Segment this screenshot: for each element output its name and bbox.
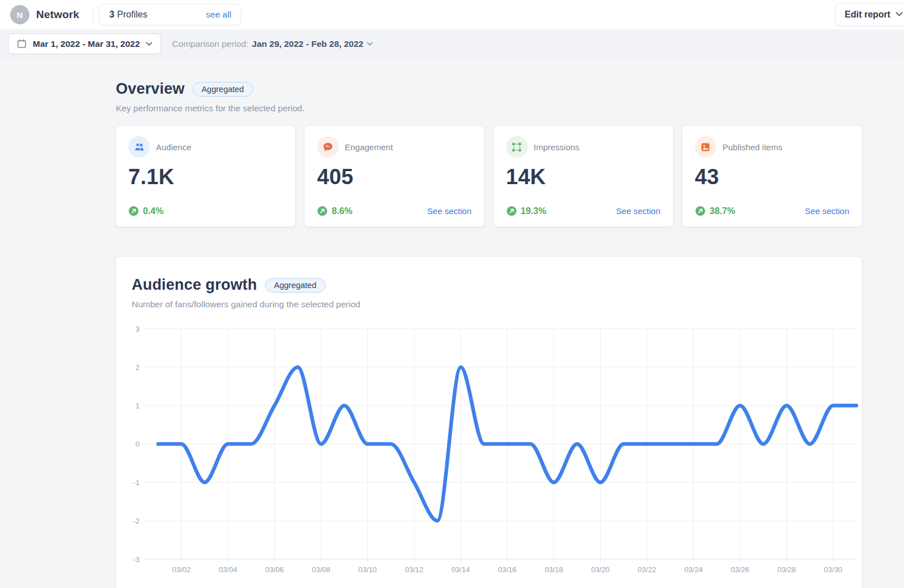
see-section-link[interactable]: See section [805,206,849,216]
profiles-box[interactable]: 3Profiles see all [99,4,241,25]
comparison-period[interactable]: Comparison period: Jan 29, 2022 - Feb 28… [172,39,373,49]
chevron-down-icon [367,42,373,46]
metric-cards: Audience 7.1K 0.4% [116,126,862,227]
edit-report-label: Edit report [845,10,890,20]
delta-value: 0.4% [143,206,163,216]
delta-positive: 19.3% [506,206,546,216]
top-bar: N Network 3Profiles see all Edit report [0,0,904,29]
profiles-count-number: 3 [109,10,114,19]
svg-text:-2: -2 [133,517,140,525]
profiles-count: 3Profiles [109,10,147,20]
trend-up-icon [128,206,139,216]
divider [93,6,93,23]
network-avatar: N [10,5,29,24]
card-value: 14K [506,165,660,189]
svg-text:-3: -3 [133,555,140,564]
comparison-label: Comparison period: [172,39,249,49]
svg-text:3: 3 [136,325,140,333]
see-all-link[interactable]: see all [206,10,232,20]
aggregated-badge: Aggregated [265,278,325,293]
svg-text:03/24: 03/24 [684,565,703,574]
svg-text:03/16: 03/16 [498,565,517,574]
svg-text:03/06: 03/06 [266,565,284,574]
card-label: Published items [723,142,783,152]
svg-text:03/02: 03/02 [172,565,191,574]
svg-text:03/22: 03/22 [638,565,657,574]
trend-up-icon [317,206,328,216]
card-value: 405 [317,165,471,189]
audience-growth-subtitle: Number of fans/followers gained during t… [132,299,360,310]
svg-text:-1: -1 [133,478,140,487]
card-value: 43 [695,165,849,189]
audience-icon [128,136,150,158]
see-section-link[interactable]: See section [616,206,660,216]
trend-up-icon [695,206,706,216]
card-label: Impressions [534,142,580,152]
svg-text:03/26: 03/26 [731,565,750,574]
svg-text:03/10: 03/10 [358,565,377,574]
card-label: Audience [156,142,192,152]
trend-up-icon [506,206,517,216]
svg-text:03/12: 03/12 [405,565,424,574]
svg-text:0: 0 [136,440,140,448]
published-items-icon [695,136,716,158]
svg-text:03/20: 03/20 [591,565,610,574]
chevron-down-icon [146,42,153,46]
delta-positive: 0.4% [128,206,163,216]
filters-toolbar: Mar 1, 2022 - Mar 31, 2022 Comparison pe… [0,29,904,59]
delta-value: 8.6% [332,206,352,216]
edit-report-button[interactable]: Edit report [835,3,904,26]
audience-growth-section: Audience growth Aggregated Number of fan… [116,257,862,588]
date-range-picker[interactable]: Mar 1, 2022 - Mar 31, 2022 [8,33,161,54]
svg-text:03/28: 03/28 [777,565,796,574]
date-range-value: Mar 1, 2022 - Mar 31, 2022 [33,39,140,49]
svg-text:1: 1 [136,402,140,410]
overview-section: Overview Aggregated Key performance metr… [116,59,862,227]
see-section-link[interactable]: See section [427,206,471,216]
chevron-down-icon [896,12,903,17]
audience-growth-title: Audience growth [132,276,257,294]
report-content: Overview Aggregated Key performance metr… [116,59,862,588]
overview-subtitle: Key performance metrics for the selected… [116,103,862,114]
audience-card: Audience 7.1K 0.4% [116,126,295,227]
brand-name: Network [36,8,79,21]
svg-text:03/30: 03/30 [824,565,842,574]
delta-value: 19.3% [521,206,546,216]
svg-text:03/14: 03/14 [451,565,470,574]
engagement-icon [317,136,338,158]
profiles-count-label: Profiles [117,10,147,19]
card-label: Engagement [345,142,393,152]
impressions-icon [506,136,528,158]
app-viewport: N Network 3Profiles see all Edit report … [0,0,904,588]
delta-positive: 8.6% [317,206,352,216]
aggregated-badge: Aggregated [193,82,253,97]
overview-title: Overview [116,80,185,98]
svg-text:2: 2 [136,363,140,372]
delta-value: 38.7% [710,206,735,216]
svg-text:03/08: 03/08 [312,565,331,574]
impressions-card: Impressions 14K 19.3% [494,126,673,227]
card-value: 7.1K [128,165,282,189]
delta-positive: 38.7% [695,206,735,216]
svg-text:03/18: 03/18 [545,565,563,574]
svg-text:03/04: 03/04 [219,565,237,574]
comparison-value: Jan 29, 2022 - Feb 28, 2022 [252,39,363,49]
published-items-card: Published items 43 38.7% [683,126,862,227]
engagement-card: Engagement 405 8.6% [305,126,484,227]
calendar-icon [16,38,27,49]
